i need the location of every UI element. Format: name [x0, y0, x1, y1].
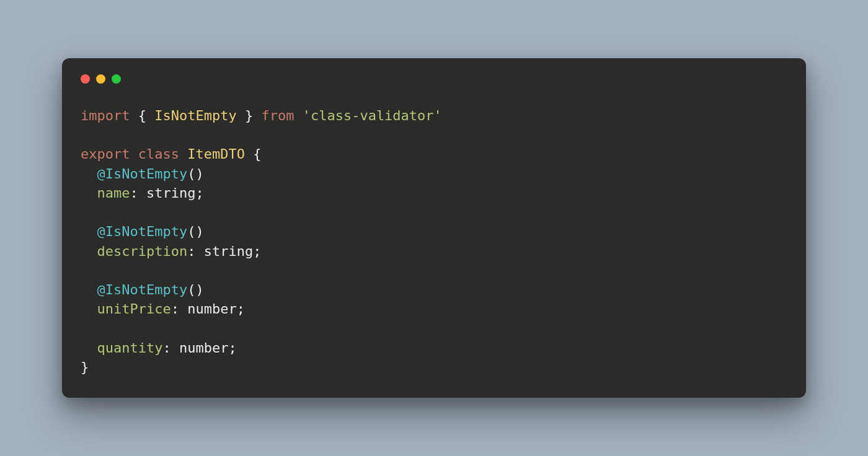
- field-type: string: [146, 185, 195, 201]
- indent: [81, 185, 97, 201]
- window-controls: [81, 74, 787, 84]
- indent: [81, 243, 97, 259]
- semicolon: ;: [195, 185, 203, 201]
- imported-identifier: IsNotEmpty: [154, 108, 236, 123]
- field-type: number: [179, 340, 228, 356]
- decorator-parens: (): [187, 282, 204, 297]
- indent: [81, 301, 97, 317]
- code-block: import { IsNotEmpty } from 'class-valida…: [81, 106, 787, 377]
- minimize-icon[interactable]: [96, 74, 105, 84]
- decorator: @IsNotEmpty: [97, 282, 188, 297]
- field-type: number: [187, 301, 236, 317]
- decorator: @IsNotEmpty: [97, 224, 188, 239]
- keyword-import: import: [81, 108, 130, 123]
- class-close-brace: }: [81, 359, 89, 375]
- decorator: @IsNotEmpty: [97, 166, 188, 182]
- indent: [81, 224, 97, 239]
- indent: [81, 166, 97, 182]
- colon: :: [162, 340, 179, 356]
- class-name: ItemDTO: [187, 146, 245, 162]
- brace-close: }: [237, 108, 254, 123]
- class-open-brace: {: [253, 146, 261, 162]
- field-name: quantity: [97, 340, 163, 356]
- brace-open: {: [138, 108, 155, 123]
- indent: [81, 282, 97, 297]
- close-icon[interactable]: [81, 74, 90, 84]
- decorator-parens: (): [187, 166, 204, 182]
- field-type: string: [204, 243, 253, 259]
- keyword-from: from: [261, 108, 294, 123]
- semicolon: ;: [253, 243, 261, 259]
- keyword-export: export: [81, 146, 130, 162]
- decorator-parens: (): [187, 224, 204, 239]
- keyword-class: class: [138, 146, 179, 162]
- indent: [81, 340, 97, 356]
- semicolon: ;: [228, 340, 236, 356]
- field-name: unitPrice: [97, 301, 171, 317]
- colon: :: [187, 243, 204, 259]
- field-name: name: [97, 185, 130, 201]
- colon: :: [130, 185, 146, 201]
- colon: :: [171, 301, 188, 317]
- code-window: import { IsNotEmpty } from 'class-valida…: [62, 58, 806, 398]
- module-string: 'class-validator': [303, 108, 442, 123]
- semicolon: ;: [237, 301, 245, 317]
- field-name: description: [97, 243, 188, 259]
- zoom-icon[interactable]: [112, 74, 121, 84]
